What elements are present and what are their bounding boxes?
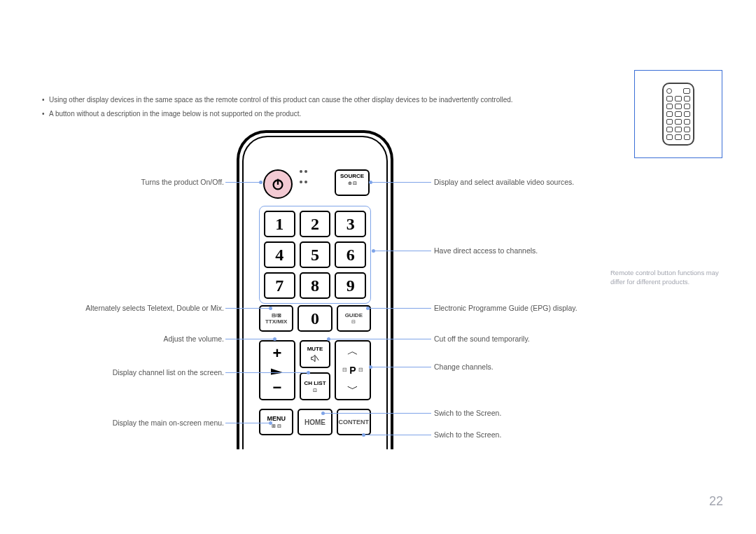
- source-button: SOURCE ⊕ ⊟: [335, 169, 370, 196]
- source-sub-icon: ⊕ ⊟: [336, 181, 368, 186]
- remote-diagram: SOURCE ⊕ ⊟ 1 2 3 4 5 6 7 8 9 ⊟/⊠ TTX/MIX…: [237, 130, 393, 449]
- guide-icon: ⊟: [351, 319, 356, 325]
- vol-down-icon: −: [273, 379, 282, 397]
- callout-source: Display and select available video sourc…: [434, 178, 644, 186]
- callout-content: Swich to the Screen.: [434, 430, 644, 439]
- prog-label: P: [349, 365, 356, 376]
- num-2: 2: [300, 211, 331, 237]
- mute-button: MUTE: [300, 340, 330, 368]
- note-item: Using other display devices in the same …: [42, 95, 588, 105]
- ttx-row: ⊟/⊠ TTX/MIX 0 GUIDE ⊟: [259, 305, 371, 332]
- content-label: CONTENT: [339, 419, 370, 426]
- callout-prog: Change channels.: [434, 363, 644, 371]
- num-0: 0: [298, 305, 332, 332]
- mini-remote-icon: [662, 83, 694, 146]
- ir-dots-icon: [300, 167, 309, 185]
- num-7: 7: [264, 272, 295, 299]
- callout-power: Turns the product On/Off.: [42, 178, 224, 186]
- disclaimer-text: Remote control button functions may diff…: [610, 268, 722, 287]
- lead-line: [225, 339, 274, 339]
- callout-home: Swich to the Screen.: [434, 409, 644, 417]
- lead-line: [329, 339, 431, 339]
- chev-up-icon: ︿: [347, 346, 358, 357]
- callout-numpad: Have direct access to channels.: [434, 246, 644, 255]
- mute-icon: [310, 353, 320, 363]
- num-3: 3: [335, 211, 366, 237]
- thumbnail-box: [634, 70, 722, 158]
- lead-line: [323, 413, 431, 414]
- home-label: HOME: [304, 419, 326, 426]
- lead-line: [371, 367, 431, 367]
- callout-vol: Adjust the volume.: [42, 335, 224, 343]
- volume-rocker: + −: [259, 340, 295, 400]
- menu-sub-icon: ⊞ ⊟: [272, 423, 281, 429]
- ttx-icon: ⊟/⊠: [272, 313, 281, 318]
- lead-line: [225, 308, 270, 309]
- lead-line: [368, 308, 431, 309]
- power-button: [263, 169, 293, 199]
- program-rocker: ︿ ⊟ P ⊟ ﹀: [335, 340, 371, 400]
- page-number: 22: [709, 494, 723, 509]
- chlist-button: CH LIST ⊡: [300, 372, 330, 400]
- svg-line-2: [316, 356, 318, 360]
- lead-line: [225, 372, 308, 373]
- number-pad: 1 2 3 4 5 6 7 8 9: [259, 206, 371, 304]
- vol-triangle-icon: [271, 366, 284, 374]
- callout-mute: Cut off the sound temporarily.: [434, 335, 644, 343]
- num-5: 5: [300, 241, 331, 268]
- lead-line: [225, 182, 260, 183]
- num-6: 6: [335, 241, 366, 268]
- callout-menu: Display the main on-screen menu.: [42, 419, 224, 427]
- power-icon: [270, 176, 286, 192]
- vol-up-icon: +: [273, 344, 282, 363]
- prog-right-icon: ⊟: [358, 367, 363, 373]
- num-9: 9: [335, 272, 366, 299]
- num-4: 4: [264, 241, 295, 268]
- chev-down-icon: ﹀: [347, 384, 358, 395]
- num-8: 8: [300, 272, 331, 299]
- num-1: 1: [264, 211, 295, 237]
- vol-mute-prog-row: + − MUTE CH LIST ⊡ ︿ ⊟ P ⊟: [259, 340, 371, 400]
- menu-button: MENU ⊞ ⊟: [259, 409, 293, 435]
- guide-label: GUIDE: [345, 312, 363, 318]
- chlist-label: CH LIST: [304, 380, 326, 386]
- chlist-icon: ⊡: [313, 388, 317, 393]
- callout-guide: Electronic Programme Guide (EPG) display…: [434, 304, 644, 312]
- lead-line: [374, 251, 431, 251]
- source-label: SOURCE: [336, 173, 368, 179]
- ttx-button: ⊟/⊠ TTX/MIX: [259, 305, 293, 332]
- prog-left-icon: ⊟: [342, 367, 347, 373]
- note-item: A button without a description in the im…: [42, 109, 588, 119]
- note-list: Using other display devices in the same …: [42, 95, 588, 123]
- lead-line: [225, 423, 270, 423]
- ttx-label: TTX/MIX: [265, 318, 288, 325]
- lead-line: [364, 435, 431, 435]
- mute-label: MUTE: [307, 346, 323, 352]
- callout-chlist: Display channel list on the screen.: [42, 368, 224, 377]
- lead-line: [371, 182, 431, 183]
- callout-ttx: Alternately selects Teletext, Double or …: [42, 304, 224, 312]
